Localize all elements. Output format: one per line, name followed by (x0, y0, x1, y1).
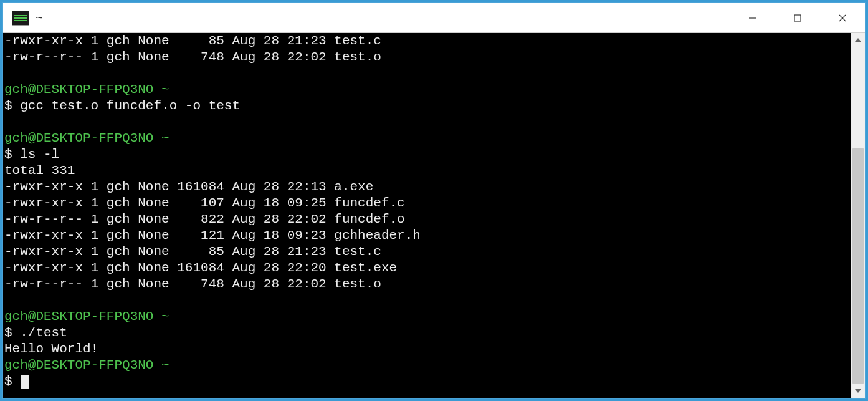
terminal-line: Hello World! (4, 341, 850, 357)
minimize-button[interactable] (730, 3, 775, 32)
terminal-line: -rw-r--r-- 1 gch None 748 Aug 28 22:02 t… (4, 276, 850, 292)
terminal-line: $ ls -l (4, 147, 850, 163)
terminal-line: -rwxr-xr-x 1 gch None 85 Aug 28 21:23 te… (4, 244, 850, 260)
terminal-window: ~ -rwxr-xr-x 1 gch None 85 Aug 28 21:23 … (2, 2, 866, 399)
scroll-up-arrow-icon[interactable] (851, 33, 865, 47)
cursor (21, 375, 29, 389)
terminal-line: $ (4, 374, 850, 390)
svg-rect-1 (794, 15, 801, 21)
shell-prompt: gch@DESKTOP-FFPQ3NO ~ (4, 358, 169, 372)
terminal-line: gch@DESKTOP-FFPQ3NO ~ (4, 130, 850, 147)
terminal-line: -rwxr-xr-x 1 gch None 161084 Aug 28 22:2… (4, 260, 850, 276)
close-icon (837, 13, 847, 23)
scroll-track[interactable] (851, 47, 865, 384)
app-icon (12, 11, 29, 26)
scroll-down-arrow-icon[interactable] (851, 384, 865, 398)
shell-prompt: gch@DESKTOP-FFPQ3NO ~ (4, 131, 169, 145)
terminal-line (4, 292, 850, 309)
terminal-line: gch@DESKTOP-FFPQ3NO ~ (4, 82, 850, 98)
window-controls (730, 3, 865, 32)
terminal-line: gch@DESKTOP-FFPQ3NO ~ (4, 309, 850, 325)
terminal-line: $ gcc test.o funcdef.o -o test (4, 98, 850, 114)
titlebar[interactable]: ~ (3, 3, 865, 33)
terminal-line: -rw-r--r-- 1 gch None 822 Aug 28 22:02 f… (4, 211, 850, 228)
maximize-button[interactable] (775, 3, 820, 32)
minimize-icon (748, 13, 758, 23)
terminal-line: gch@DESKTOP-FFPQ3NO ~ (4, 357, 850, 374)
window-title: ~ (36, 11, 43, 25)
maximize-icon (793, 13, 803, 23)
terminal-line (4, 65, 850, 82)
close-button[interactable] (820, 3, 865, 32)
shell-prompt: gch@DESKTOP-FFPQ3NO ~ (4, 82, 169, 97)
scrollbar[interactable] (851, 33, 865, 398)
content-area: -rwxr-xr-x 1 gch None 85 Aug 28 21:23 te… (3, 33, 865, 398)
terminal-line: -rwxr-xr-x 1 gch None 121 Aug 18 09:23 g… (4, 228, 850, 244)
terminal-line: $ ./test (4, 325, 850, 341)
terminal-line: -rwxr-xr-x 1 gch None 161084 Aug 28 22:1… (4, 179, 850, 195)
shell-prompt: gch@DESKTOP-FFPQ3NO ~ (4, 309, 169, 324)
scroll-thumb[interactable] (852, 148, 864, 384)
terminal-line (4, 114, 850, 130)
terminal-line: -rwxr-xr-x 1 gch None 85 Aug 28 21:23 te… (4, 33, 850, 49)
terminal-line: -rw-r--r-- 1 gch None 748 Aug 28 22:02 t… (4, 49, 850, 65)
terminal-line: -rwxr-xr-x 1 gch None 107 Aug 18 09:25 f… (4, 195, 850, 211)
terminal-output[interactable]: -rwxr-xr-x 1 gch None 85 Aug 28 21:23 te… (3, 33, 851, 398)
terminal-line: total 331 (4, 163, 850, 179)
